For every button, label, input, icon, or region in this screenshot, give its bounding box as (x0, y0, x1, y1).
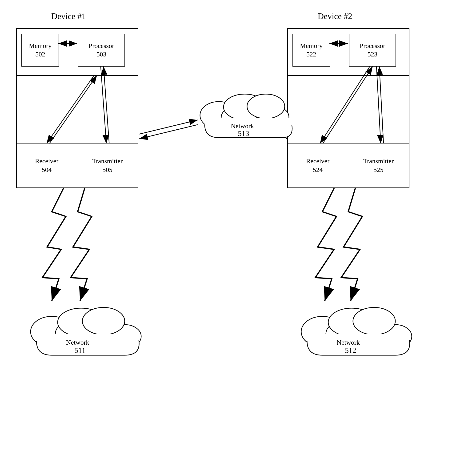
svg-point-18 (30, 316, 73, 347)
svg-text:Network: Network (337, 339, 360, 346)
svg-point-32 (379, 325, 412, 348)
transmitter-box-2: Transmitter 525 (348, 143, 409, 188)
processor-box-1: Processor 503 (78, 34, 125, 67)
memory-box-1: Memory 502 (21, 34, 59, 67)
svg-point-19 (55, 321, 91, 347)
device1-top-section: Memory 502 Processor 503 (17, 29, 138, 76)
network513-cloud: Network 513 (200, 94, 292, 138)
svg-text:Network: Network (231, 122, 254, 130)
memory1-label: Memory 502 (29, 42, 52, 59)
device2-top-section: Memory 522 Processor 523 (288, 29, 409, 76)
receiver2-label: Receiver 524 (306, 157, 330, 174)
svg-point-42 (224, 94, 266, 120)
svg-point-22 (108, 325, 141, 348)
processor2-label: Processor 523 (360, 42, 385, 59)
device1-box: Memory 502 Processor 503 Receiver 504 Tr… (16, 28, 138, 188)
svg-point-43 (247, 94, 285, 118)
memory2-label: Memory 522 (300, 42, 323, 59)
svg-point-24 (82, 308, 125, 335)
receiver-box-1: Receiver 504 (17, 143, 77, 188)
memory-box-2: Memory 522 (292, 34, 330, 67)
svg-point-40 (238, 101, 275, 127)
svg-point-28 (301, 316, 344, 347)
svg-point-33 (328, 308, 375, 336)
device1-title: Device #1 (51, 11, 86, 21)
network512-cloud: Network 512 (301, 308, 412, 355)
svg-point-29 (326, 321, 361, 347)
svg-rect-35 (307, 334, 406, 353)
svg-point-21 (93, 320, 128, 346)
processor-box-2: Processor 523 (349, 34, 396, 67)
transmitter-box-1: Transmitter 505 (77, 143, 138, 188)
svg-point-30 (342, 316, 382, 345)
receiver-box-2: Receiver 524 (288, 143, 348, 188)
svg-point-20 (72, 316, 112, 345)
device2-title: Device #2 (318, 11, 352, 21)
svg-rect-25 (36, 334, 135, 353)
svg-point-23 (58, 308, 105, 336)
svg-point-41 (257, 106, 289, 128)
svg-line-17 (278, 125, 287, 139)
receiver1-label: Receiver 504 (35, 157, 59, 174)
svg-rect-44 (205, 118, 292, 134)
device2-box: Memory 522 Processor 523 Receiver 524 Tr… (287, 28, 409, 188)
svg-text:513: 513 (238, 129, 249, 138)
network511-cloud: Network 511 (30, 308, 141, 355)
svg-text:512: 512 (345, 346, 356, 355)
transmitter1-label: Transmitter 505 (92, 157, 123, 174)
svg-point-34 (353, 308, 395, 335)
svg-point-31 (363, 320, 399, 346)
svg-line-14 (139, 125, 198, 139)
svg-line-16 (278, 120, 287, 134)
svg-line-15 (139, 120, 198, 134)
svg-text:511: 511 (75, 346, 86, 355)
svg-point-38 (200, 102, 238, 129)
svg-text:Network: Network (66, 339, 89, 346)
svg-point-39 (221, 106, 254, 129)
processor1-label: Processor 503 (89, 42, 114, 59)
transmitter2-label: Transmitter 525 (363, 157, 394, 174)
